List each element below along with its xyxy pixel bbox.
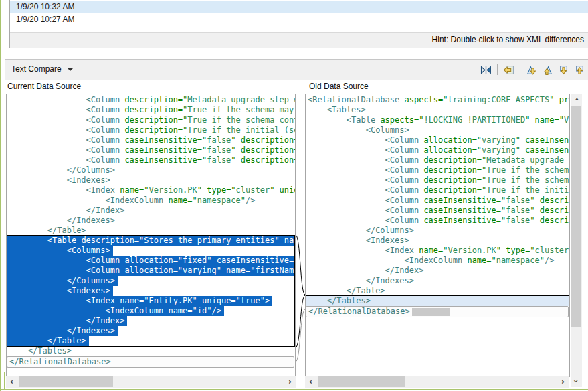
window-border-bottom: [0, 389, 588, 390]
copy-all-right-to-left-icon[interactable]: [502, 63, 516, 77]
hint-text: Hint: Double-click to show XML differenc…: [10, 32, 588, 48]
code-line: <Column description="Metadata upgrade st…: [306, 155, 569, 165]
history-panel: 1/9/20 10:32 AM 1/9/20 10:27 AM Hint: Do…: [9, 0, 588, 48]
code-line: <Column caseInsensitive="false" descript…: [7, 155, 295, 165]
left-pane-title: Current Data Source: [7, 82, 81, 91]
scroll-down-icon[interactable]: ›: [571, 376, 582, 387]
code-line: <IndexColumn name="namespace"/>: [306, 256, 569, 266]
scrollbar-thumb[interactable]: [19, 376, 113, 387]
code-line: <IndexColumn name="namespace"/>: [7, 196, 295, 206]
code-line: <Column caseInsensitive="false" descript…: [7, 135, 295, 145]
code-line: <Column allocation="fixed" caseInsensiti…: [7, 256, 295, 266]
code-line: <Table description="Stores the primary e…: [7, 236, 295, 246]
code-line: </Columns>: [306, 226, 569, 236]
code-line: </Columns>: [7, 276, 295, 286]
next-change-icon[interactable]: [557, 63, 571, 77]
code-line: </Table>: [7, 336, 295, 346]
code-line: </Table>: [306, 286, 569, 296]
code-line: <Column description="True if the initial…: [7, 125, 295, 135]
code-line: <RelationalDatabase aspects="training:CO…: [306, 95, 569, 105]
code-line: <Column description="Metadata upgrade st…: [7, 95, 295, 105]
scroll-left-icon[interactable]: ‹: [305, 376, 316, 388]
toolbar-separator: [497, 64, 498, 75]
old-data-source-editor[interactable]: <RelationalDatabase aspects="training:CO…: [305, 94, 570, 377]
empty-range-marker: [412, 308, 450, 316]
scroll-right-icon[interactable]: ›: [284, 376, 296, 388]
code-line: </Table>: [7, 226, 295, 236]
code-line: <Index name="Version.PK" type="cluster" …: [306, 246, 569, 256]
code-line: <Column description="True if the initial…: [306, 185, 569, 196]
previous-difference-icon[interactable]: [541, 63, 555, 77]
code-line: <Columns>: [7, 246, 295, 256]
right-pane-title: Old Data Source: [309, 82, 369, 91]
right-vertical-scrollbar[interactable]: › ›: [571, 94, 582, 387]
current-data-source-editor[interactable]: <Column description="Metadata upgrade st…: [6, 94, 296, 377]
compare-toolbar: Text Compare: [5, 59, 588, 80]
next-difference-icon[interactable]: [524, 63, 538, 77]
scrollbar-thumb[interactable]: [318, 376, 405, 387]
code-line: <Column description="True if the schema …: [306, 165, 569, 175]
code-line: </Tables>: [306, 296, 569, 306]
pane-headers: Current Data Source Old Data Source: [5, 80, 588, 94]
code-line: </Tables>: [7, 346, 295, 356]
text-compare-dropdown[interactable]: Text Compare: [11, 60, 73, 80]
code-line: <Table aspects="!LOCKING !PARTITIONED" n…: [306, 115, 569, 125]
code-line: <Column allocation="varying" name="first…: [7, 266, 295, 276]
code-line: <Column caseInsensitive="false" descript…: [306, 206, 569, 216]
history-row[interactable]: 1/9/20 10:27 AM: [10, 13, 588, 26]
code-line: <Index name="Version.PK" type="cluster" …: [7, 185, 295, 196]
code-line: <IndexColumn name="id"/>: [7, 306, 295, 316]
code-line: <Indexes>: [306, 236, 569, 246]
code-line: </Index>: [306, 266, 569, 276]
code-line: <Column description="True if the schema …: [306, 175, 569, 185]
code-line: </RelationalDatabase>: [306, 306, 569, 317]
chevron-down-icon: [68, 68, 73, 71]
code-line: <Column description="True if the schema …: [7, 105, 295, 115]
code-line: </Columns>: [7, 165, 295, 175]
code-line: <Indexes>: [7, 175, 295, 185]
code-line: <Index name="Entity.PK" unique="true">: [7, 296, 295, 306]
code-line: <Column allocation="varying" caseInsensi…: [306, 135, 569, 145]
code-line: <Column description="True if the schema …: [7, 115, 295, 125]
toolbar-separator: [520, 64, 520, 75]
compare-panel: Text Compare: [5, 59, 588, 388]
code-line: <Column caseInsensitive="false" descript…: [306, 216, 569, 226]
code-line: <Indexes>: [7, 286, 295, 296]
history-row[interactable]: 1/9/20 10:32 AM: [10, 1, 588, 13]
scroll-up-icon[interactable]: ›: [571, 94, 582, 105]
code-line: <Tables>: [306, 105, 569, 115]
code-line: </RelationalDatabase>: [7, 356, 294, 368]
left-horizontal-scrollbar[interactable]: ‹ ›: [6, 376, 296, 388]
code-line: </Indexes>: [306, 276, 569, 286]
code-line: <Columns>: [306, 125, 569, 135]
code-line: <Column allocation="varying" caseInsensi…: [306, 145, 569, 155]
previous-change-icon[interactable]: [573, 63, 587, 77]
code-line: <Column caseInsensitive="false" descript…: [306, 196, 569, 206]
text-compare-label: Text Compare: [11, 64, 62, 74]
code-line: </Indexes>: [7, 326, 295, 336]
code-line: </Index>: [7, 316, 295, 326]
code-line: </Index>: [7, 206, 295, 216]
window-border-left: [0, 0, 1, 391]
scrollbar-thumb[interactable]: [571, 106, 581, 327]
code-line: <Column caseInsensitive="false" descript…: [7, 145, 295, 155]
code-line: </Indexes>: [7, 216, 295, 226]
swap-left-right-icon[interactable]: [479, 63, 493, 77]
scroll-left-icon[interactable]: ‹: [6, 376, 17, 388]
scroll-right-icon[interactable]: ›: [557, 376, 569, 388]
diff-connector-lines: [296, 94, 305, 375]
right-horizontal-scrollbar[interactable]: ‹ ›: [305, 376, 569, 388]
